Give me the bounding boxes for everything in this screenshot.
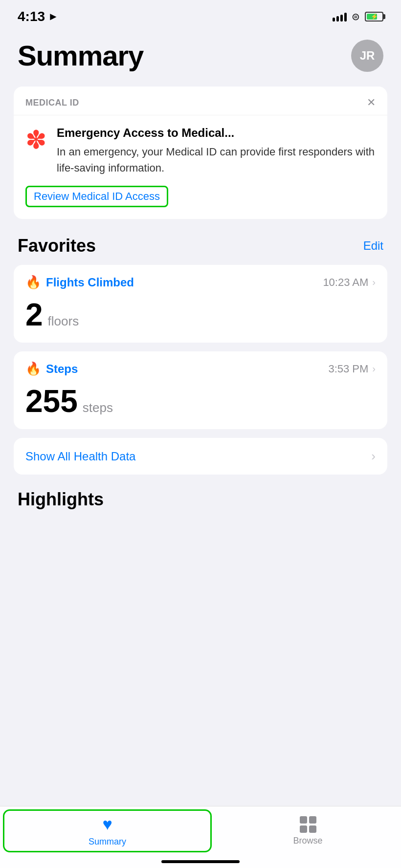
battery-bolt: ⚡ xyxy=(371,13,378,20)
favorites-edit-button[interactable]: Edit xyxy=(363,239,383,253)
flights-climbed-text: Flights Climbed xyxy=(46,276,134,289)
avatar[interactable]: JR xyxy=(351,40,383,72)
tab-browse-label: Browse xyxy=(293,836,322,846)
home-indicator xyxy=(161,860,240,863)
steps-header: 🔥 Steps 3:53 PM › xyxy=(25,361,376,376)
flame-icon-flights: 🔥 xyxy=(25,275,41,290)
status-time: 4:13 ► xyxy=(18,9,59,24)
tab-browse[interactable]: Browse xyxy=(215,816,401,846)
signal-icon xyxy=(333,12,347,22)
flame-icon-steps: 🔥 xyxy=(25,361,41,376)
page-header: Summary JR xyxy=(0,29,401,87)
review-link[interactable]: Review Medical ID Access xyxy=(34,190,160,202)
steps-number: 255 xyxy=(25,383,78,419)
medical-id-card-body: ✽ Emergency Access to Medical... In an e… xyxy=(14,115,387,219)
highlights-title: Highlights xyxy=(18,489,383,510)
steps-text: Steps xyxy=(46,362,78,376)
tab-summary-label: Summary xyxy=(89,837,126,847)
medical-id-card: MEDICAL ID ✕ ✽ Emergency Access to Medic… xyxy=(14,87,387,219)
location-icon: ► xyxy=(48,10,59,23)
medical-id-label: MEDICAL ID xyxy=(25,98,79,108)
status-icons: ⊜ ⚡ xyxy=(333,11,383,22)
flights-climbed-timestamp: 10:23 AM xyxy=(323,276,368,289)
battery-icon: ⚡ xyxy=(365,12,383,22)
show-all-text[interactable]: Show All Health Data xyxy=(25,450,135,463)
steps-unit: steps xyxy=(83,400,113,415)
medical-id-content: ✽ Emergency Access to Medical... In an e… xyxy=(25,126,376,176)
favorites-title: Favorites xyxy=(18,236,96,256)
steps-time: 3:53 PM › xyxy=(328,363,376,375)
medical-asterisk-icon: ✽ xyxy=(25,127,47,152)
tab-bar: ♥ Summary Browse xyxy=(0,806,401,868)
show-all-chevron: › xyxy=(371,449,376,464)
flights-climbed-value: 2 floors xyxy=(25,297,376,333)
close-icon[interactable]: ✕ xyxy=(367,96,376,109)
steps-chevron-icon: › xyxy=(372,363,376,374)
flights-climbed-header: 🔥 Flights Climbed 10:23 AM › xyxy=(25,275,376,290)
flights-climbed-unit: floors xyxy=(48,314,79,329)
tab-summary[interactable]: ♥ Summary xyxy=(3,809,212,852)
medical-id-card-header: MEDICAL ID ✕ xyxy=(14,87,387,115)
heart-icon: ♥ xyxy=(102,815,112,834)
flights-climbed-label: 🔥 Flights Climbed xyxy=(25,275,134,290)
steps-card[interactable]: 🔥 Steps 3:53 PM › 255 steps xyxy=(14,351,387,429)
steps-label: 🔥 Steps xyxy=(25,361,78,376)
medical-id-title: Emergency Access to Medical... xyxy=(57,126,376,140)
review-link-wrapper: Review Medical ID Access xyxy=(25,186,168,207)
favorites-section-header: Favorites Edit xyxy=(0,231,401,265)
page-title: Summary xyxy=(18,39,143,72)
show-all-card[interactable]: Show All Health Data › xyxy=(14,438,387,475)
medical-id-text: Emergency Access to Medical... In an eme… xyxy=(57,126,376,176)
flights-climbed-time: 10:23 AM › xyxy=(323,276,376,289)
medical-id-body: In an emergency, your Medical ID can pro… xyxy=(57,144,376,176)
clock: 4:13 xyxy=(18,9,45,24)
steps-timestamp: 3:53 PM xyxy=(328,363,368,375)
chevron-icon: › xyxy=(372,277,376,288)
flights-climbed-card[interactable]: 🔥 Flights Climbed 10:23 AM › 2 floors xyxy=(14,265,387,343)
steps-value: 255 steps xyxy=(25,383,376,419)
wifi-icon: ⊜ xyxy=(352,11,360,22)
browse-icon xyxy=(300,816,316,833)
flights-climbed-number: 2 xyxy=(25,297,43,333)
highlights-section-header: Highlights xyxy=(0,489,401,518)
status-bar: 4:13 ► ⊜ ⚡ xyxy=(0,0,401,29)
